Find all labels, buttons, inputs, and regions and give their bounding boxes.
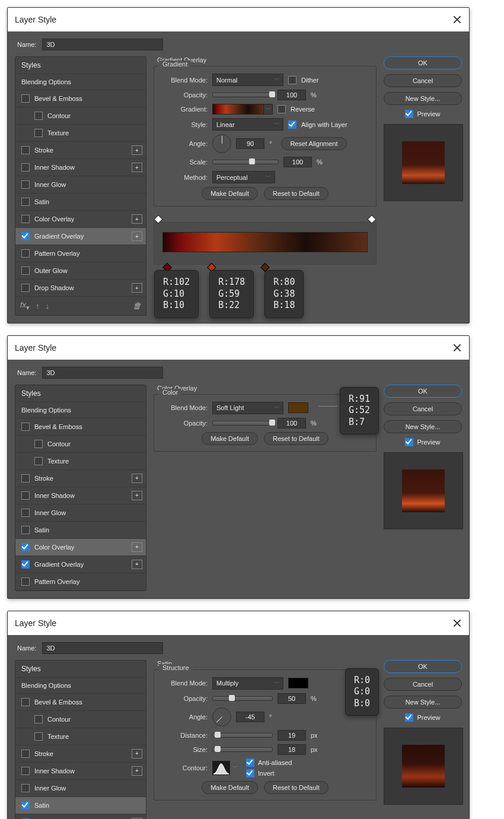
style-checkbox[interactable] <box>21 198 30 206</box>
style-checkbox[interactable] <box>21 146 30 154</box>
opacity-input[interactable] <box>277 418 306 428</box>
add-effect-icon[interactable]: + <box>132 766 142 776</box>
preview-checkbox[interactable] <box>405 438 413 446</box>
opacity-input[interactable] <box>277 90 306 100</box>
gradient-editor[interactable]: R:102 G:10 B:10 R:178 G:59 B:22 R:80 G:3… <box>154 222 377 265</box>
styles-row[interactable]: Contour <box>15 436 146 453</box>
cancel-button[interactable]: Cancel <box>384 402 462 415</box>
styles-row[interactable]: Contour <box>15 711 146 728</box>
styles-row[interactable]: Gradient Overlay+ <box>15 556 146 573</box>
styles-row[interactable]: Outer Glow <box>15 262 146 280</box>
cancel-button[interactable]: Cancel <box>384 678 462 691</box>
dither-checkbox[interactable] <box>288 76 296 84</box>
styles-row[interactable]: Texture <box>15 728 146 745</box>
make-default-button[interactable]: Make Default <box>202 781 258 794</box>
opacity-stop[interactable] <box>154 215 164 224</box>
ok-button[interactable]: OK <box>384 385 462 398</box>
styles-row[interactable]: Satin <box>15 522 146 539</box>
styles-row[interactable]: Stroke+ <box>15 142 146 159</box>
contour-picker[interactable] <box>212 761 230 775</box>
styles-row[interactable]: Inner Shadow+ <box>15 159 146 176</box>
cancel-button[interactable]: Cancel <box>384 74 462 87</box>
reset-default-button[interactable]: Reset to Default <box>264 187 328 200</box>
gradient-swatch[interactable]: ﹀ <box>212 104 273 115</box>
style-checkbox[interactable] <box>21 94 30 103</box>
styles-row[interactable]: Contour <box>15 107 146 125</box>
styles-row[interactable]: Texture <box>15 125 146 142</box>
styles-row[interactable]: Color Overlay+ <box>15 814 146 819</box>
styles-row[interactable]: Blending Options <box>15 74 146 90</box>
distance-slider[interactable] <box>212 733 273 738</box>
style-checkbox[interactable] <box>21 163 30 172</box>
styles-row[interactable]: Inner Glow <box>15 504 146 522</box>
add-effect-icon[interactable]: + <box>132 491 142 500</box>
align-checkbox[interactable] <box>288 120 296 129</box>
style-checkbox[interactable] <box>21 423 30 431</box>
scale-input[interactable] <box>283 157 312 167</box>
style-checkbox[interactable] <box>21 577 30 586</box>
styles-row[interactable]: Drop Shadow+ <box>15 280 146 297</box>
layer-name-input[interactable] <box>42 367 163 379</box>
gradient-style-dropdown[interactable]: Linear﹀ <box>212 118 283 131</box>
new-style-button[interactable]: New Style... <box>384 696 462 709</box>
reset-alignment-button[interactable]: Reset Alignment <box>281 137 346 150</box>
trash-icon[interactable]: 🗑 <box>133 301 141 310</box>
size-slider[interactable] <box>212 747 273 752</box>
styles-row[interactable]: Bevel & Emboss <box>15 694 146 711</box>
add-effect-icon[interactable]: + <box>132 214 142 224</box>
style-checkbox[interactable] <box>21 543 30 551</box>
style-checkbox[interactable] <box>34 732 43 741</box>
angle-dial[interactable] <box>212 134 231 153</box>
opacity-slider[interactable] <box>212 696 273 701</box>
style-checkbox[interactable] <box>34 112 43 120</box>
styles-row[interactable]: Color Overlay+ <box>15 539 146 556</box>
styles-row[interactable]: Satin <box>15 193 146 211</box>
opacity-slider[interactable] <box>212 93 273 97</box>
styles-row[interactable]: Inner Shadow+ <box>15 487 146 504</box>
style-checkbox[interactable] <box>21 474 30 482</box>
style-checkbox[interactable] <box>21 491 30 500</box>
make-default-button[interactable]: Make Default <box>202 432 258 445</box>
fx-icon[interactable]: fx▾ <box>20 300 30 312</box>
antialiased-checkbox[interactable] <box>246 758 254 767</box>
style-checkbox[interactable] <box>21 767 30 775</box>
add-effect-icon[interactable]: + <box>132 474 142 483</box>
ok-button[interactable]: OK <box>384 56 462 69</box>
method-dropdown[interactable]: Perceptual﹀ <box>212 171 275 183</box>
styles-row[interactable]: Inner Glow <box>15 176 146 193</box>
style-checkbox[interactable] <box>21 284 30 292</box>
close-icon[interactable] <box>452 343 462 353</box>
blend-mode-dropdown[interactable]: Soft Light﹀ <box>212 402 283 414</box>
add-effect-icon[interactable]: + <box>132 542 142 552</box>
add-effect-icon[interactable]: + <box>132 163 142 172</box>
add-effect-icon[interactable]: + <box>132 283 142 293</box>
angle-dial[interactable] <box>212 707 231 726</box>
styles-row[interactable]: Bevel & Emboss <box>15 418 146 436</box>
style-checkbox[interactable] <box>34 129 43 137</box>
styles-row[interactable]: Stroke+ <box>15 470 146 487</box>
scale-slider[interactable] <box>212 160 279 164</box>
chevron-down-icon[interactable]: ﹀ <box>232 764 238 772</box>
new-style-button[interactable]: New Style... <box>384 92 462 105</box>
opacity-stop[interactable] <box>367 215 377 224</box>
style-checkbox[interactable] <box>21 560 30 569</box>
angle-input[interactable] <box>236 138 264 149</box>
color-swatch[interactable] <box>288 678 308 688</box>
preview-checkbox[interactable] <box>405 110 413 118</box>
ok-button[interactable]: OK <box>384 660 462 673</box>
reset-default-button[interactable]: Reset to Default <box>264 432 328 445</box>
reset-default-button[interactable]: Reset to Default <box>264 781 328 794</box>
style-checkbox[interactable] <box>34 440 43 448</box>
add-effect-icon[interactable]: + <box>132 231 142 241</box>
style-checkbox[interactable] <box>21 801 30 810</box>
style-checkbox[interactable] <box>21 509 30 517</box>
layer-name-input[interactable] <box>42 642 163 654</box>
reverse-checkbox[interactable] <box>277 105 286 113</box>
styles-row[interactable]: Gradient Overlay+ <box>15 228 146 245</box>
opacity-input[interactable] <box>277 693 306 704</box>
layer-name-input[interactable] <box>42 39 163 50</box>
style-checkbox[interactable] <box>21 180 30 189</box>
opacity-slider[interactable] <box>212 421 273 426</box>
style-checkbox[interactable] <box>21 232 30 240</box>
down-arrow-icon[interactable]: ↓ <box>46 301 50 310</box>
